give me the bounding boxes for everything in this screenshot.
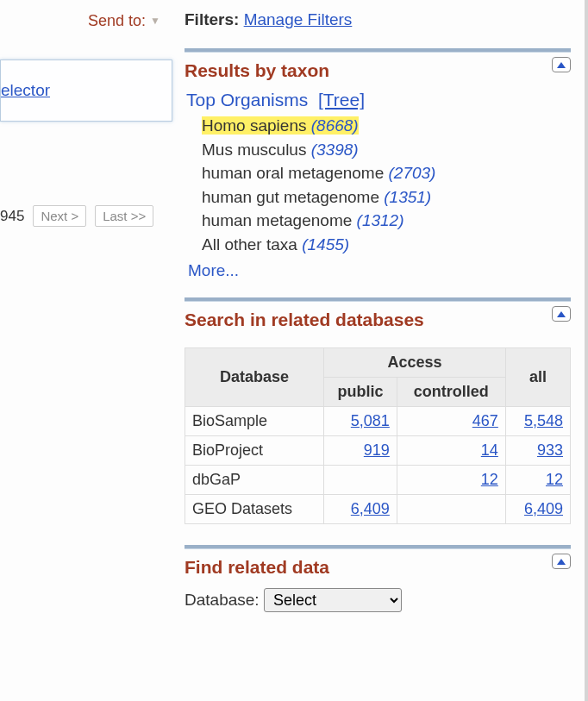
selector-link[interactable]: elector <box>1 81 50 99</box>
taxon-count: (2703) <box>389 164 436 182</box>
db-count-link[interactable]: 5,548 <box>524 412 563 429</box>
db-count-link[interactable]: 5,081 <box>351 412 390 429</box>
taxon-name: Mus musculus <box>202 141 311 159</box>
db-all-cell: 5,548 <box>505 407 570 436</box>
col-all: all <box>505 348 570 407</box>
table-row: BioProject91914933 <box>185 436 571 466</box>
results-by-taxon-heading: Results by taxon <box>185 52 571 86</box>
taxon-name: human oral metagenome <box>202 164 389 182</box>
db-name-cell: BioSample <box>185 407 324 436</box>
manage-filters-link[interactable]: Manage Filters <box>244 10 353 28</box>
taxon-count: (3398) <box>311 141 359 159</box>
taxon-title: Results by taxon <box>185 60 329 80</box>
table-row: GEO Datasets6,4096,409 <box>185 495 571 524</box>
taxon-list: Homo sapiens (8668)Mus musculus (3398)hu… <box>185 114 571 256</box>
db-count-link[interactable]: 6,409 <box>524 500 563 517</box>
db-controlled-cell: 467 <box>397 407 505 436</box>
db-name-cell: BioProject <box>185 436 324 466</box>
db-public-cell: 6,409 <box>324 495 397 524</box>
pager-last[interactable]: Last >> <box>95 205 153 227</box>
db-controlled-cell: 12 <box>397 466 505 495</box>
db-all-cell: 6,409 <box>505 495 570 524</box>
top-organisms-label: Top Organisms <box>186 90 308 110</box>
collapse-button[interactable] <box>552 306 571 322</box>
db-count-link[interactable]: 919 <box>364 441 390 459</box>
col-access: Access <box>324 348 506 378</box>
database-label: Database: <box>185 591 260 609</box>
taxon-count: (1351) <box>384 188 431 206</box>
taxon-item[interactable]: human metagenome (1312) <box>202 209 571 233</box>
taxon-count: (1455) <box>302 235 349 253</box>
db-count-link[interactable]: 6,409 <box>351 500 390 517</box>
taxon-name: human gut metagenome <box>202 188 384 206</box>
related-db-heading: Search in related databases <box>185 301 571 335</box>
collapse-button[interactable] <box>552 554 571 569</box>
col-controlled: controlled <box>397 378 505 407</box>
table-row: BioSample5,0814675,548 <box>185 407 571 436</box>
taxon-count: (8668) <box>311 116 359 135</box>
triangle-up-icon <box>557 559 566 565</box>
top-organisms-line: Top Organisms [Tree] <box>186 90 571 110</box>
table-row: dbGaP1212 <box>185 466 571 495</box>
taxon-item[interactable]: human gut metagenome (1351) <box>202 185 571 210</box>
find-related-heading: Find related data <box>185 548 571 583</box>
taxon-item[interactable]: human oral metagenome (2703) <box>202 161 571 185</box>
db-all-cell: 933 <box>505 436 570 466</box>
related-db-table: Database Access all public controlled Bi… <box>185 347 571 524</box>
taxon-item[interactable]: Homo sapiens (8668) <box>202 114 571 138</box>
find-related-title: Find related data <box>185 557 329 577</box>
collapse-button[interactable] <box>552 57 571 72</box>
pager-total: 945 <box>0 208 24 225</box>
col-public: public <box>324 378 397 407</box>
taxon-count: (1312) <box>357 211 404 229</box>
pager: 945 Next > Last >> <box>0 205 153 227</box>
database-select[interactable]: Select <box>264 588 402 612</box>
selector-panel: elector <box>0 59 172 122</box>
db-name-cell: dbGaP <box>185 466 324 495</box>
db-controlled-cell <box>397 495 505 524</box>
db-count-link[interactable]: 467 <box>472 412 498 429</box>
more-link[interactable]: More... <box>188 261 239 280</box>
filters-line: Filters: Manage Filters <box>185 10 571 29</box>
chevron-down-icon: ▼ <box>150 15 160 27</box>
db-controlled-cell: 14 <box>397 436 505 466</box>
db-public-cell <box>324 466 397 495</box>
send-to-dropdown[interactable]: Send to: ▼ <box>0 12 172 30</box>
taxon-item[interactable]: All other taxa (1455) <box>202 233 571 257</box>
send-to-label: Send to: <box>88 12 146 29</box>
tree-link[interactable]: [Tree] <box>318 90 365 110</box>
filters-label: Filters: <box>185 10 239 28</box>
taxon-name: All other taxa <box>202 235 302 253</box>
taxon-name: Homo sapiens <box>202 116 311 135</box>
triangle-up-icon <box>557 62 566 68</box>
taxon-name: human metagenome <box>202 211 357 229</box>
triangle-up-icon <box>557 311 566 317</box>
db-name-cell: GEO Datasets <box>185 495 324 524</box>
find-related-row: Database: Select <box>185 588 571 612</box>
db-public-cell: 5,081 <box>324 407 397 436</box>
db-public-cell: 919 <box>324 436 397 466</box>
db-count-link[interactable]: 12 <box>481 471 498 488</box>
db-count-link[interactable]: 12 <box>546 471 563 488</box>
col-database: Database <box>185 348 324 407</box>
db-count-link[interactable]: 14 <box>481 441 498 459</box>
db-all-cell: 12 <box>505 466 570 495</box>
pager-next[interactable]: Next > <box>33 205 86 227</box>
related-db-title: Search in related databases <box>185 310 424 329</box>
taxon-item[interactable]: Mus musculus (3398) <box>202 138 571 162</box>
db-count-link[interactable]: 933 <box>537 441 563 459</box>
